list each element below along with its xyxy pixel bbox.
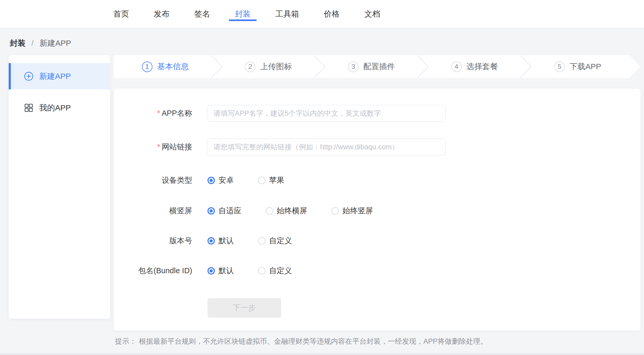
- tip-text: 根据最新平台规则，不允许区块链虚拟币、金融理财类等违规内容在平台封装，一经发现，…: [139, 337, 487, 345]
- breadcrumb-parent-link[interactable]: 封装: [10, 39, 26, 47]
- grid-icon: [24, 103, 33, 113]
- sidebar-item-my-apps[interactable]: 我的APP: [9, 95, 110, 121]
- form-row-version: 版本号 默认 自定义: [114, 234, 292, 248]
- footer-edge-strip: [0, 353, 644, 355]
- field-label: *APP名称: [114, 108, 192, 119]
- step-select-plan: 4 选择套餐: [423, 55, 526, 78]
- active-tab-underline: [229, 19, 257, 21]
- nav-item-package[interactable]: 封装: [235, 0, 251, 28]
- breadcrumb-separator: /: [31, 39, 33, 47]
- radio-dot: [207, 267, 215, 275]
- field-label: *网站链接: [114, 142, 192, 152]
- steps-bar-arrow-end: [629, 55, 640, 78]
- radio-version-custom[interactable]: 自定义: [258, 236, 292, 246]
- form-row-app-name: *APP名称: [114, 105, 446, 122]
- nav-item-toolbox[interactable]: 工具箱: [275, 0, 299, 28]
- required-mark: *: [157, 143, 160, 151]
- radio-label: 始终横屏: [277, 206, 307, 216]
- radio-dot: [331, 207, 339, 215]
- radio-label: 默认: [219, 236, 234, 246]
- steps-bar: 1 基本信息 2 上传图标 3 配置插件 4 选择套餐 5 下载APP: [114, 55, 629, 78]
- nav-item-label: 签名: [194, 9, 210, 19]
- radio-label: 自定义: [269, 266, 292, 276]
- radio-bundle-default[interactable]: 默认: [207, 266, 234, 276]
- field-label: 包名(Bundle ID): [114, 266, 192, 276]
- step-label: 上传图标: [260, 61, 292, 72]
- radio-dot: [207, 177, 215, 184]
- nav-item-label: 价格: [324, 9, 340, 19]
- radio-label: 安卓: [219, 175, 234, 186]
- breadcrumb-current: 新建APP: [39, 39, 71, 47]
- form-row-device-type: 设备类型 安卓 苹果: [114, 173, 284, 188]
- nav-item-label: 封装: [235, 9, 251, 19]
- required-mark: *: [157, 109, 160, 117]
- sidebar: 新建APP 我的APP: [9, 55, 110, 319]
- site-url-input[interactable]: [207, 139, 446, 155]
- radio-dot: [266, 207, 273, 215]
- top-nav: 首页 发布 签名 封装 工具箱 价格 文档: [0, 0, 644, 28]
- form-row-bundle-id: 包名(Bundle ID) 默认 自定义: [114, 263, 292, 278]
- step-label: 下载APP: [569, 61, 601, 72]
- step-upload-icon: 2 上传图标: [217, 55, 320, 78]
- tip-label: 提示：: [115, 337, 136, 345]
- field-label: 设备类型: [114, 175, 192, 186]
- chevron-right-icon: [520, 55, 532, 78]
- step-download-app: 5 下载APP: [526, 55, 629, 78]
- sidebar-item-label: 我的APP: [39, 103, 71, 113]
- step-number: 1: [142, 62, 152, 72]
- nav-item-label: 工具箱: [275, 9, 299, 19]
- radio-bundle-custom[interactable]: 自定义: [258, 266, 292, 276]
- field-label: 版本号: [114, 236, 192, 246]
- radio-always-landscape[interactable]: 始终横屏: [266, 206, 307, 216]
- step-number: 2: [245, 62, 255, 72]
- radio-label: 苹果: [269, 175, 284, 186]
- sidebar-item-new-app[interactable]: 新建APP: [9, 63, 110, 89]
- radio-ios[interactable]: 苹果: [258, 175, 284, 186]
- new-app-form: *APP名称 *网站链接 设备类型 安卓 苹果 横竖屏: [114, 89, 641, 331]
- field-label: 横竖屏: [114, 206, 192, 216]
- radio-auto-orientation[interactable]: 自适应: [207, 206, 241, 216]
- radio-label: 始终竖屏: [343, 206, 373, 216]
- nav-item-docs[interactable]: 文档: [364, 0, 380, 28]
- radio-dot: [207, 207, 215, 215]
- nav-item-home[interactable]: 首页: [113, 0, 129, 28]
- nav-item-label: 发布: [154, 9, 170, 19]
- breadcrumb: 封装 / 新建APP: [10, 38, 71, 49]
- nav-item-label: 首页: [113, 9, 129, 19]
- radio-version-default[interactable]: 默认: [207, 236, 234, 246]
- step-basic-info: 1 基本信息: [114, 55, 217, 78]
- radio-android[interactable]: 安卓: [207, 175, 234, 186]
- radio-dot: [258, 177, 265, 184]
- chevron-right-icon: [314, 55, 326, 78]
- step-label: 配置插件: [363, 61, 395, 72]
- step-label: 选择套餐: [467, 61, 498, 72]
- radio-label: 自适应: [219, 206, 241, 216]
- step-configure-plugins: 3 配置插件: [320, 55, 423, 78]
- nav-item-price[interactable]: 价格: [324, 0, 340, 28]
- radio-label: 默认: [219, 266, 234, 276]
- chevron-right-icon: [211, 55, 223, 78]
- plus-circle-icon: [24, 72, 33, 81]
- radio-dot: [207, 237, 215, 245]
- step-number: 4: [451, 62, 462, 72]
- radio-always-portrait[interactable]: 始终竖屏: [331, 206, 373, 216]
- radio-dot: [258, 267, 265, 275]
- step-number: 5: [554, 62, 565, 72]
- platform-rule-tip: 提示：根据最新平台规则，不允许区块链虚拟币、金融理财类等违规内容在平台封装，一经…: [115, 337, 487, 346]
- nav-item-publish[interactable]: 发布: [154, 0, 170, 28]
- app-name-input[interactable]: [207, 105, 446, 122]
- radio-dot: [258, 237, 265, 245]
- sidebar-item-label: 新建APP: [39, 71, 71, 82]
- form-row-orientation: 横竖屏 自适应 始终横屏 始终竖屏: [114, 204, 373, 218]
- form-row-site-url: *网站链接: [114, 139, 446, 155]
- next-step-button[interactable]: 下一步: [207, 298, 281, 318]
- chevron-right-icon: [417, 55, 429, 78]
- step-number: 3: [348, 62, 359, 72]
- nav-item-label: 文档: [364, 9, 380, 19]
- nav-item-sign[interactable]: 签名: [194, 0, 210, 28]
- step-label: 基本信息: [157, 61, 189, 72]
- radio-label: 自定义: [269, 236, 292, 246]
